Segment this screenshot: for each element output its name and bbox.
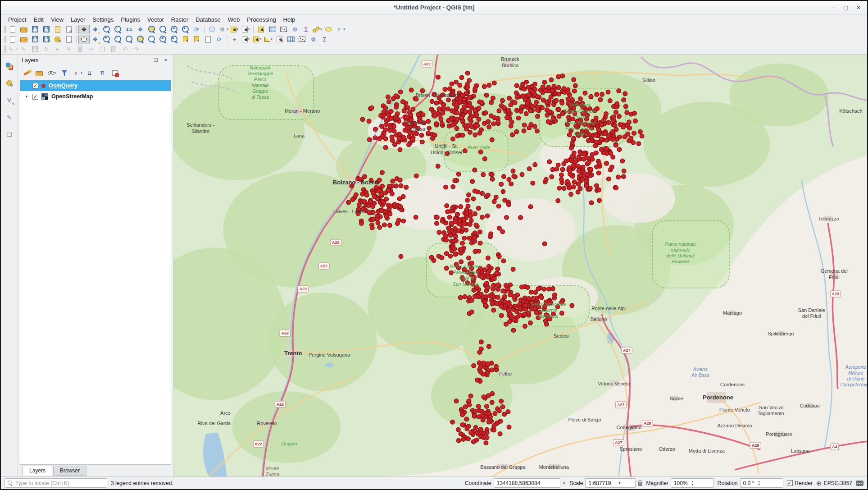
statistical-summary-button[interactable]: Σ [300, 25, 312, 34]
menu-view[interactable]: View [47, 15, 67, 24]
toolbar-grip[interactable] [3, 36, 6, 43]
map-tips-button[interactable] [323, 25, 334, 34]
cut-features-button[interactable]: ✂ [86, 45, 97, 54]
save-project-as-button[interactable]: ✎ [41, 25, 52, 34]
manage-map-themes-button[interactable]: ▾ [46, 68, 58, 78]
vector-toolbox-button[interactable]: V✎ [3, 94, 16, 106]
add-group-button[interactable]: + [33, 68, 45, 78]
chevron-down-icon[interactable]: ▾ [16, 47, 18, 51]
options-settings-button[interactable]: ⚙ [52, 35, 63, 44]
chevron-down-icon[interactable]: ▾ [227, 27, 228, 31]
zoom-out-2-button[interactable]: − [112, 35, 123, 44]
spin-buttons[interactable]: ▲▼ [691, 480, 694, 486]
layer-checkbox[interactable]: ✓ [32, 94, 38, 100]
expand-all-button[interactable]: ⇊ [84, 68, 95, 78]
menu-plugins[interactable]: Plugins [117, 15, 144, 24]
magnifier-spinner[interactable]: 100% ▲▼ [671, 478, 714, 488]
text-annotation-button[interactable]: T▾ [334, 25, 345, 34]
filter-by-expression-button[interactable]: ε▾ [71, 68, 83, 78]
copy-features-button[interactable]: ❐ [97, 45, 108, 54]
menu-edit[interactable]: Edit [30, 15, 47, 24]
temporal-controller-button[interactable] [202, 35, 214, 44]
zoom-next-2-button[interactable]: ▸ [168, 35, 180, 44]
open-attribute-table-button[interactable] [267, 25, 278, 34]
collapse-all-button[interactable]: ⇈ [96, 68, 108, 78]
scale-combo[interactable]: 1:687719 ▾ [585, 478, 636, 488]
toolbar-grip[interactable] [3, 26, 6, 33]
field-calculator-button[interactable] [278, 25, 289, 34]
chevron-down-icon[interactable]: ▾ [343, 27, 345, 31]
tab-layers[interactable]: Layers [23, 466, 52, 476]
new-spatial-bookmark-button[interactable]: ⚙ [180, 35, 191, 44]
pan-map-button[interactable]: ✥ [78, 25, 90, 34]
select-by-value-button[interactable]: ▾ [240, 35, 251, 44]
deselect-features-button[interactable]: ▾ [240, 25, 251, 34]
paste-features-button[interactable] [108, 45, 119, 54]
rotation-spinner[interactable]: 0.0 ° ▲▼ [740, 478, 783, 488]
select-by-expression-button[interactable]: ▾ [251, 35, 263, 44]
processing-toolbox-2-button[interactable]: ⚙ [308, 35, 319, 44]
extents-toggle-icon[interactable]: ⌖ [563, 479, 566, 487]
maximize-button[interactable]: ▢ [843, 5, 849, 11]
undo-button[interactable]: ↶ [119, 45, 131, 54]
open-data-source-button[interactable] [18, 35, 29, 44]
tab-browser[interactable]: Browser [53, 466, 86, 476]
zoom-to-native-resolution-button[interactable]: ✥★ [90, 35, 101, 44]
filter-legend-button[interactable] [59, 68, 70, 78]
save-layer-edits-button[interactable] [29, 45, 41, 54]
remove-selection-button[interactable]: ⊘ [274, 35, 285, 44]
current-edits-button[interactable]: ✎▾ [7, 45, 18, 54]
processing-toolbox-button[interactable]: ⚙ [289, 25, 300, 34]
menu-database[interactable]: Database [192, 15, 224, 24]
zoom-in-button[interactable]: + [101, 25, 112, 34]
globe-crs-icon[interactable]: ⊕ [816, 480, 822, 487]
identify-features-button[interactable]: ⓘ [206, 25, 218, 34]
browser-panel-button[interactable]: ◍ [3, 77, 16, 89]
delete-selected-button[interactable] [74, 45, 86, 54]
chevron-down-icon[interactable]: ▾ [55, 71, 56, 75]
open-layer-styling-button[interactable] [21, 68, 32, 78]
statistics-2-button[interactable]: Σ [319, 35, 330, 44]
attribute-table-2-button[interactable] [285, 35, 296, 44]
new-project-button[interactable] [7, 25, 18, 34]
spin-buttons[interactable]: ▲▼ [758, 480, 760, 486]
search-document-button[interactable]: + [63, 35, 74, 44]
chevron-down-icon[interactable]: ▾ [616, 479, 621, 487]
chevron-down-icon[interactable]: ▾ [320, 27, 322, 31]
modify-attributes-button[interactable]: ✎⁚ [63, 45, 74, 54]
menu-settings[interactable]: Settings [89, 15, 117, 24]
zoom-native-button[interactable]: 1:1 [123, 25, 135, 34]
minimize-button[interactable]: – [830, 5, 836, 11]
add-feature-button[interactable]: ⠿ [41, 45, 52, 54]
chevron-down-icon[interactable]: ▾ [81, 71, 82, 75]
crs-value[interactable]: EPSG:3857 [824, 480, 852, 486]
vertex-tool-button[interactable]: ⌖ [52, 45, 63, 54]
save-edits-button[interactable]: ✎ [41, 35, 52, 44]
zoom-to-selection-button[interactable] [146, 25, 157, 34]
panel-close-button[interactable]: ✕ [162, 57, 169, 64]
lock-scale-icon[interactable] [638, 482, 642, 486]
show-spatial-bookmarks-button[interactable]: ⚙ [191, 35, 202, 44]
panel-float-button[interactable]: ❏ [152, 57, 159, 64]
select-by-form-button[interactable] [255, 25, 267, 34]
show-layout-manager-button[interactable]: ⚙ [63, 25, 74, 34]
zoom-last-2-button[interactable]: ◂ [157, 35, 168, 44]
zoom-out-button[interactable]: − [112, 25, 123, 34]
layer-checkbox[interactable]: ✓ [32, 83, 38, 89]
chevron-down-icon[interactable]: ▾ [271, 37, 273, 41]
refresh-map-2-button[interactable]: ⟳ [214, 35, 225, 44]
zoom-to-selection-2-button[interactable] [135, 35, 146, 44]
zoom-in-2-button[interactable]: + [101, 35, 112, 44]
messages-icon[interactable]: ••• [856, 481, 863, 486]
coordinate-box[interactable]: 1344188,5863084 [494, 478, 560, 488]
menu-help[interactable]: Help [280, 15, 299, 24]
open-project-button[interactable] [18, 25, 29, 34]
redo-button[interactable]: ↷ [131, 45, 142, 54]
render-checkbox[interactable]: ✓ [787, 480, 793, 486]
menu-web[interactable]: Web [224, 15, 244, 24]
zoom-to-layer-2-button[interactable] [146, 35, 157, 44]
layer-row-openstreetmap[interactable]: ▾ ✓ OpenStreetMap [20, 91, 171, 102]
data-source-manager-button[interactable] [3, 60, 16, 72]
clip-tool-button[interactable]: ▾ [263, 35, 274, 44]
zoom-to-layer-button[interactable] [157, 25, 168, 34]
